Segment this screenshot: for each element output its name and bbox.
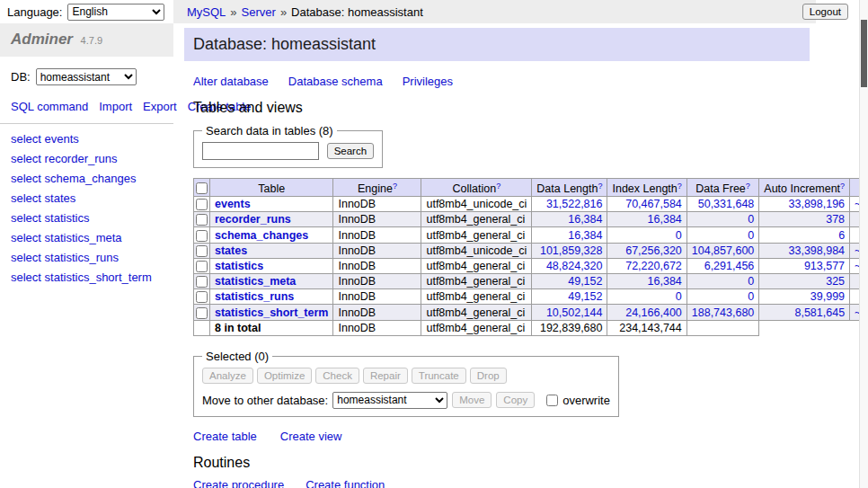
vertical-scrollbar[interactable] [859, 0, 868, 488]
row-checkbox[interactable] [196, 245, 208, 257]
table-row: statistics_meta InnoDB utf8mb4_general_c… [194, 274, 868, 289]
selected-action-button[interactable]: Check [315, 368, 359, 384]
language-select[interactable]: English [67, 4, 164, 21]
move-database-select[interactable]: homeassistant [332, 392, 447, 409]
select-all-checkbox[interactable] [196, 182, 208, 194]
sidebar-select-link[interactable]: select statistics [11, 211, 163, 225]
db-actions: Alter databaseDatabase schemaPrivileges [193, 75, 816, 88]
sidebar-select-link[interactable]: select schema_changes [11, 172, 163, 185]
breadcrumb-link-mysql[interactable]: MySQL [187, 5, 226, 19]
column-doc-link[interactable]: ? [598, 182, 602, 191]
db-action-link[interactable]: Privileges [403, 75, 453, 88]
breadcrumb-link-server[interactable]: Server [242, 5, 276, 19]
column-doc-link[interactable]: ? [840, 182, 845, 191]
search-button[interactable]: Search [327, 143, 374, 159]
column-doc-link[interactable]: ? [496, 182, 500, 191]
data-free-cell: 0 [686, 289, 759, 305]
column-header: Auto Increment? [759, 179, 850, 197]
row-checkbox[interactable] [196, 214, 208, 226]
auto-increment-cell: 6 [759, 227, 850, 243]
checkbox-cell [194, 227, 210, 243]
tables-section-title: Tables and views [193, 100, 816, 116]
sidebar-action-link[interactable]: SQL command [11, 100, 88, 113]
table-row: schema_changes InnoDB utf8mb4_general_ci… [194, 227, 868, 243]
column-header: Collation? [421, 179, 532, 197]
routine-link[interactable]: Create function [306, 478, 385, 488]
db-action-link[interactable]: Database schema [288, 75, 383, 88]
create-links: Create tableCreate view [193, 430, 816, 443]
scrollbar-thumb[interactable] [861, 20, 867, 87]
row-checkbox[interactable] [196, 230, 208, 242]
collation-cell: utf8mb4_general_ci [421, 227, 532, 243]
logout-button[interactable]: Logout [802, 4, 848, 20]
table-name-link[interactable]: states [215, 244, 247, 257]
copy-button[interactable]: Copy [496, 392, 535, 408]
column-header-label: Data Length [536, 182, 598, 195]
search-input[interactable] [202, 142, 319, 160]
sidebar-select-link[interactable]: select statistics_short_term [11, 271, 163, 284]
db-select[interactable]: homeassistant [36, 68, 137, 85]
move-button[interactable]: Move [452, 392, 492, 408]
sidebar-action-link[interactable]: Export [143, 100, 177, 113]
table-name-cell: states [210, 243, 333, 258]
overwrite-checkbox[interactable] [546, 395, 558, 406]
sidebar-select-link[interactable]: select recorder_runs [11, 152, 163, 165]
row-checkbox[interactable] [196, 261, 208, 272]
auto-increment-cell: 913,577 [759, 258, 850, 273]
selected-action-button[interactable]: Truncate [412, 368, 466, 384]
table-row: events InnoDB utf8mb4_unicode_ci 31,522,… [194, 197, 868, 212]
sidebar-select-link[interactable]: select events [11, 132, 163, 146]
table-name-link[interactable]: schema_changes [215, 229, 308, 242]
selected-action-button[interactable]: Optimize [257, 368, 312, 384]
row-checkbox[interactable] [196, 276, 208, 288]
adminer-logo[interactable]: Adminer [11, 31, 73, 48]
auto-increment-cell: 325 [759, 274, 850, 289]
sidebar-action-link[interactable]: Import [99, 100, 132, 113]
main: Database: homeassistant Alter databaseDa… [173, 23, 816, 488]
db-selector-row: DB: homeassistant [0, 57, 173, 89]
table-name-cell: statistics_runs [210, 289, 333, 305]
column-header-label: Data Free [695, 182, 746, 195]
create-link[interactable]: Create view [280, 430, 342, 443]
selected-action-button[interactable]: Analyze [202, 368, 253, 384]
column-doc-sup: ? [746, 182, 750, 191]
language-row: Language: English [0, 0, 173, 23]
table-name-link[interactable]: statistics_meta [215, 275, 296, 288]
table-name-cell: statistics_short_term [210, 305, 333, 320]
data-length-cell: 16,384 [532, 227, 607, 243]
move-row: Move to other database: homeassistant Mo… [202, 392, 610, 409]
selected-action-button[interactable]: Repair [363, 368, 408, 384]
table-name-link[interactable]: recorder_runs [215, 213, 291, 226]
table-name-link[interactable]: events [215, 198, 251, 210]
row-checkbox[interactable] [196, 291, 208, 303]
sidebar-select-link[interactable]: select states [11, 191, 163, 205]
column-header-label: Table [258, 182, 285, 195]
row-checkbox[interactable] [196, 199, 208, 210]
table-name-link[interactable]: statistics_runs [215, 290, 294, 303]
create-link[interactable]: Create table [193, 430, 257, 443]
db-action-link[interactable]: Alter database [193, 75, 269, 88]
data-length-cell: 31,522,816 [532, 197, 607, 212]
checkbox-cell [194, 258, 210, 273]
sidebar-select-link[interactable]: select statistics_runs [11, 251, 163, 264]
index-length-cell: 16,384 [607, 274, 686, 289]
table-name-cell: statistics_meta [210, 274, 333, 289]
table-name-link[interactable]: statistics_short_term [215, 306, 328, 319]
select-all-header [194, 179, 210, 197]
table-name-cell: schema_changes [210, 227, 333, 243]
row-checkbox[interactable] [196, 307, 208, 319]
index-length-cell: 72,220,672 [607, 258, 686, 273]
engine-cell: InnoDB [333, 274, 421, 289]
sidebar-select-link[interactable]: select statistics_meta [11, 231, 163, 244]
selected-actions: AnalyzeOptimizeCheckRepairTruncateDrop [202, 368, 610, 384]
index-length-cell: 70,467,584 [607, 197, 686, 212]
column-doc-link[interactable]: ? [393, 182, 397, 191]
routine-link[interactable]: Create procedure [193, 478, 284, 488]
table-name-link[interactable]: statistics [215, 260, 263, 272]
selected-action-button[interactable]: Drop [470, 368, 507, 384]
column-doc-link[interactable]: ? [678, 182, 682, 191]
checkbox-cell [194, 289, 210, 305]
table-row: statistics_short_term InnoDB utf8mb4_gen… [194, 305, 868, 320]
data-length-cell: 16,384 [532, 212, 607, 227]
column-doc-link[interactable]: ? [746, 182, 750, 191]
